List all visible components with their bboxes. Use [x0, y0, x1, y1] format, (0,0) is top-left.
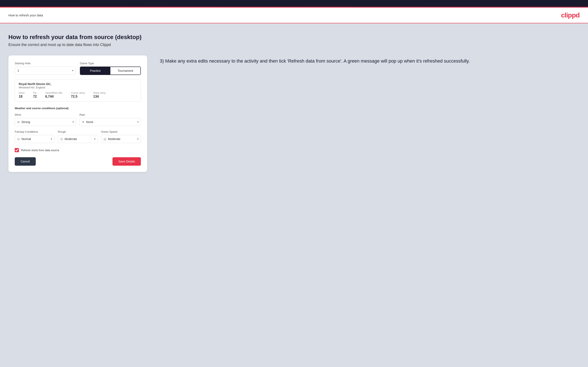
game-type-label: Game Type: [80, 62, 141, 65]
header: How to refresh your data clippd: [0, 8, 588, 23]
fairway-icon: ⊙: [17, 137, 20, 141]
rain-chevron: ▾: [137, 121, 138, 124]
side-description-text: 3) Make any extra edits necessary to the…: [160, 58, 579, 65]
tournament-toggle-btn[interactable]: Tournament: [110, 67, 140, 75]
rain-group: Rain ✦ None Light Moderate Heavy ▾: [79, 113, 141, 126]
game-type-toggle: Practice Tournament: [80, 67, 141, 75]
rain-select-wrapper: ✦ None Light Moderate Heavy ▾: [79, 118, 141, 126]
stat-par: Par 72: [33, 92, 37, 99]
course-info-box: Royal North Devon GC, Westward Ho!, Engl…: [15, 79, 141, 102]
fairway-group: Fairway Conditions ⊙ Normal Soft Firm We…: [15, 130, 54, 143]
rough-icon: ⊙: [60, 137, 63, 141]
rough-select[interactable]: Moderate Light Heavy: [65, 135, 90, 143]
wind-icon: ≋: [17, 120, 20, 124]
stat-yards: Yards/White (M)) 6,744: [45, 92, 62, 99]
fairway-select-wrapper: ⊙ Normal Soft Firm Wet ▾: [15, 135, 54, 143]
slope-rating-label: Slope rating: [93, 92, 105, 94]
course-stats: Holes 18 Par 72 Yards/White (M)) 6,744 C…: [19, 92, 137, 99]
holes-label: Holes: [19, 92, 25, 94]
yards-label: Yards/White (M)): [45, 92, 62, 94]
par-label: Par: [33, 92, 37, 94]
rough-select-wrapper: ⊙ Moderate Light Heavy ▾: [58, 135, 97, 143]
course-rating-value: 72.5: [71, 95, 85, 99]
wind-chevron: ▾: [72, 121, 74, 124]
conditions-row-1: Wind ≋ Strong None Light Moderate ▾ Rain: [15, 113, 141, 126]
header-title: How to refresh your data: [9, 13, 43, 17]
conditions-row-2: Fairway Conditions ⊙ Normal Soft Firm We…: [15, 130, 141, 143]
conditions-section-label: Weather and course conditions (optional): [15, 107, 141, 110]
checkbox-row: Refresh shots from data source: [15, 148, 141, 152]
fairway-label: Fairway Conditions: [15, 130, 54, 133]
rough-label: Rough: [58, 130, 97, 133]
stat-course-rating: Course rating 72.5: [71, 92, 85, 99]
refresh-checkbox[interactable]: [15, 148, 19, 152]
page-subheading: Ensure the correct and most up to date d…: [9, 43, 579, 47]
stat-holes: Holes 18: [19, 92, 25, 99]
save-button[interactable]: Save Details: [112, 157, 141, 166]
rough-group: Rough ⊙ Moderate Light Heavy ▾: [58, 130, 97, 143]
green-speed-label: Green Speed: [101, 130, 141, 133]
form-actions: Cancel Save Details: [15, 157, 141, 166]
green-speed-group: Green Speed ◎ Moderate Slow Fast ▾: [101, 130, 141, 143]
starting-hole-group: Starting Hole 1 10 ▾: [15, 62, 76, 75]
wind-label: Wind: [15, 113, 76, 116]
rain-icon: ✦: [82, 120, 85, 124]
refresh-checkbox-label: Refresh shots from data source: [21, 149, 59, 152]
rain-label: Rain: [79, 113, 141, 116]
wind-select-wrapper: ≋ Strong None Light Moderate ▾: [15, 118, 76, 126]
par-value: 72: [33, 95, 37, 99]
fairway-chevron: ▾: [51, 138, 52, 141]
stat-slope-rating: Slope rating 134: [93, 92, 105, 99]
holes-value: 18: [19, 95, 25, 99]
yards-value: 6,744: [45, 95, 62, 99]
green-speed-icon: ◎: [104, 137, 106, 141]
main-content: How to refresh your data from source (de…: [0, 23, 588, 367]
fairway-select[interactable]: Normal Soft Firm Wet: [21, 135, 47, 143]
rain-select[interactable]: None Light Moderate Heavy: [86, 118, 133, 126]
green-speed-chevron: ▾: [137, 138, 138, 141]
cancel-button[interactable]: Cancel: [15, 157, 36, 166]
starting-hole-select-wrapper: 1 10 ▾: [15, 67, 76, 75]
page-heading: How to refresh your data from source (de…: [9, 34, 579, 41]
course-location: Westward Ho!, England: [19, 86, 137, 89]
rough-chevron: ▾: [94, 138, 95, 141]
form-panel: Starting Hole 1 10 ▾ Game Type Practice …: [9, 55, 147, 172]
side-description: 3) Make any extra edits necessary to the…: [160, 55, 579, 65]
course-rating-label: Course rating: [71, 92, 85, 94]
green-speed-select-wrapper: ◎ Moderate Slow Fast ▾: [101, 135, 141, 143]
content-area: Starting Hole 1 10 ▾ Game Type Practice …: [9, 55, 579, 172]
wind-select[interactable]: Strong None Light Moderate: [21, 118, 68, 126]
starting-hole-label: Starting Hole: [15, 62, 76, 65]
course-name: Royal North Devon GC,: [19, 82, 137, 86]
practice-toggle-btn[interactable]: Practice: [80, 67, 110, 75]
starting-hole-select[interactable]: 1 10: [15, 67, 76, 74]
game-type-group: Game Type Practice Tournament: [80, 62, 141, 75]
green-speed-select[interactable]: Moderate Slow Fast: [108, 135, 133, 143]
top-form-row: Starting Hole 1 10 ▾ Game Type Practice …: [15, 62, 141, 75]
logo: clippd: [561, 11, 579, 19]
wind-group: Wind ≋ Strong None Light Moderate ▾: [15, 113, 76, 126]
slope-rating-value: 134: [93, 95, 105, 99]
top-bar: [0, 0, 588, 7]
